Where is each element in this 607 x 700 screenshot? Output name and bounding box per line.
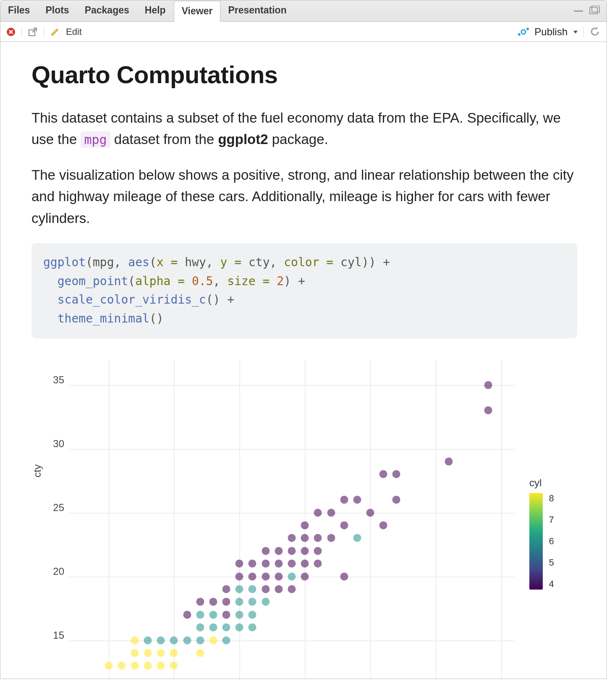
legend-tick-labels: 87654 — [549, 493, 554, 590]
data-point — [249, 560, 256, 568]
edit-button[interactable]: Edit — [66, 26, 82, 37]
svg-point-5 — [521, 30, 526, 34]
data-point — [157, 649, 165, 657]
publish-dropdown-icon[interactable] — [573, 29, 578, 35]
para-text: dataset from the — [110, 131, 218, 147]
data-point — [379, 522, 387, 530]
legend-title: cyl — [529, 477, 554, 489]
data-point — [262, 585, 269, 593]
data-point — [209, 624, 217, 632]
data-point — [288, 572, 296, 580]
data-point — [392, 496, 400, 504]
tab-plots[interactable]: Plots — [38, 0, 77, 21]
tab-files[interactable]: Files — [0, 0, 38, 21]
paragraph-2: The visualization below shows a positive… — [31, 164, 577, 228]
data-point — [262, 560, 269, 568]
data-point — [366, 509, 374, 516]
data-point — [222, 585, 230, 593]
data-point — [157, 662, 165, 670]
data-point — [222, 636, 230, 644]
bold-package-name: ggplot2 — [218, 131, 268, 147]
data-point — [314, 534, 322, 542]
data-point — [275, 547, 283, 555]
data-point — [222, 598, 230, 606]
data-point — [196, 649, 204, 657]
data-point — [301, 534, 309, 542]
svg-point-6 — [526, 28, 529, 30]
svg-rect-0 — [574, 10, 583, 12]
data-point — [131, 662, 139, 670]
data-point — [340, 496, 348, 504]
data-point — [157, 636, 165, 644]
legend-tick: 7 — [549, 514, 554, 525]
data-point — [196, 598, 204, 606]
color-legend: cyl 87654 — [529, 477, 554, 590]
data-point — [484, 406, 492, 414]
data-point — [379, 470, 387, 478]
data-point — [196, 636, 204, 644]
legend-tick: 4 — [549, 579, 554, 590]
data-point — [275, 585, 283, 593]
data-point — [445, 458, 453, 466]
legend-tick: 5 — [549, 557, 554, 568]
publish-icon[interactable] — [518, 26, 529, 38]
pane-tabbar: FilesPlotsPackagesHelpViewerPresentation — [0, 0, 607, 22]
data-point — [209, 598, 217, 606]
data-point — [249, 572, 256, 580]
data-point — [301, 572, 309, 580]
data-point — [235, 585, 243, 593]
data-point — [288, 560, 296, 568]
y-axis-label: cty — [31, 464, 43, 574]
data-point — [249, 611, 256, 619]
data-point — [209, 636, 217, 644]
refresh-icon[interactable] — [589, 26, 601, 38]
minimize-pane-icon[interactable] — [573, 7, 586, 15]
data-point — [105, 662, 113, 670]
publish-button[interactable]: Publish — [534, 26, 568, 38]
maximize-pane-icon[interactable] — [588, 5, 601, 16]
data-point — [235, 572, 243, 580]
data-point — [196, 611, 204, 619]
edit-pencil-icon[interactable] — [50, 27, 60, 37]
data-point — [288, 534, 296, 542]
data-point — [262, 572, 269, 580]
data-point — [314, 560, 322, 568]
scatter-chart: cty 1520253035 cyl 87654 — [31, 351, 577, 679]
legend-tick: 8 — [549, 493, 554, 504]
data-point — [235, 560, 243, 568]
data-point — [327, 509, 335, 516]
data-point — [118, 662, 126, 670]
data-point — [249, 598, 256, 606]
svg-rect-2 — [592, 5, 599, 12]
data-point — [144, 662, 152, 670]
tab-help[interactable]: Help — [137, 0, 174, 21]
data-point — [340, 572, 348, 580]
data-point — [249, 624, 256, 632]
para-text: package. — [268, 131, 328, 147]
cancel-icon[interactable] — [6, 27, 16, 37]
data-point — [183, 611, 191, 619]
data-point — [235, 624, 243, 632]
popout-icon[interactable] — [28, 27, 38, 37]
data-point — [301, 547, 309, 555]
data-point — [314, 509, 322, 516]
data-point — [144, 636, 152, 644]
data-point — [301, 560, 309, 568]
data-point — [170, 636, 178, 644]
data-point — [209, 611, 217, 619]
data-point — [222, 611, 230, 619]
data-point — [275, 572, 283, 580]
svg-rect-1 — [590, 7, 597, 14]
data-point — [144, 649, 152, 657]
tab-presentation[interactable]: Presentation — [220, 0, 294, 21]
data-point — [222, 624, 230, 632]
data-point — [314, 547, 322, 555]
y-axis-ticks: 1520253035 — [47, 359, 64, 679]
data-point — [183, 636, 191, 644]
data-point — [235, 611, 243, 619]
inline-code-mpg: mpg — [81, 131, 110, 148]
tab-viewer[interactable]: Viewer — [174, 1, 221, 22]
data-point — [353, 534, 361, 542]
data-point — [170, 649, 178, 657]
tab-packages[interactable]: Packages — [77, 0, 137, 21]
